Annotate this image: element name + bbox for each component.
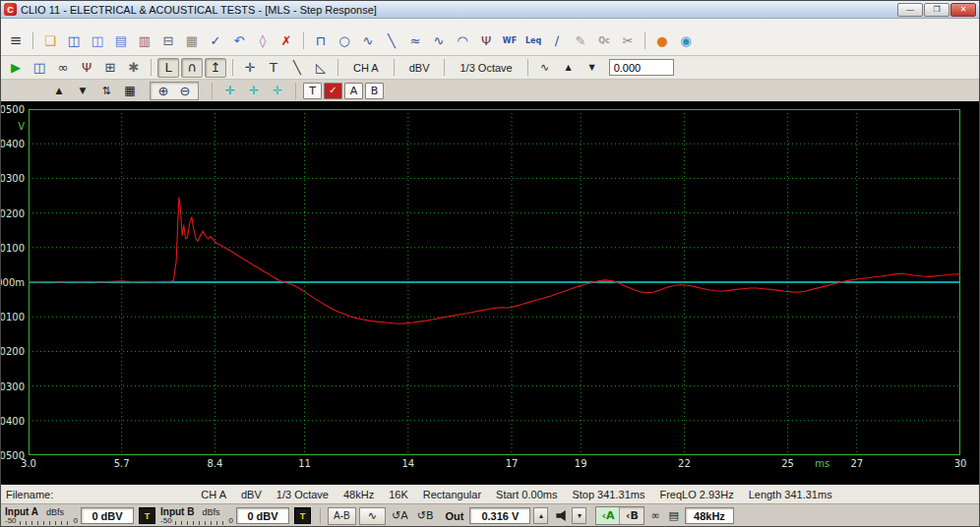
y-tick-label: -0.00300 [0, 381, 25, 391]
generator-wave-button[interactable]: ∿ [359, 507, 386, 525]
y-tick-label: 0.00100 [0, 242, 25, 253]
go-button[interactable]: ▶ [5, 58, 27, 78]
decay-analysis-button[interactable]: ╲ [381, 31, 402, 51]
close-button[interactable]: ✕ [950, 3, 976, 17]
help-button[interactable]: ◉ [675, 31, 697, 51]
move-down-button-glyph: ▼ [80, 87, 87, 95]
phase-view-button[interactable]: ╲ [286, 58, 308, 78]
attach-button-glyph: ✂ [623, 34, 634, 47]
wave-display-button[interactable]: ∿ [534, 58, 556, 78]
wow-flutter-button[interactable]: WF [499, 31, 521, 51]
phase-a-button[interactable]: ↺A [389, 509, 411, 522]
help-button-glyph: ◉ [680, 34, 691, 47]
marker-button-glyph: ✛ [245, 61, 256, 74]
input-a-scale-max: 0 [74, 517, 78, 525]
marker-b-button[interactable]: ✛ [243, 81, 265, 100]
main-toolbar: ≡❑◫◫▤▥⊟▦✓↶◊✗⊓○∿╲≈∿◠ΨWFLeq∕✎Qc✂●◉ [1, 19, 979, 56]
slope-button[interactable]: T [263, 58, 284, 78]
open-measurement-button[interactable]: ❑ [39, 31, 61, 51]
fft-analysis-button[interactable]: ∿ [428, 31, 450, 51]
input-b-gain-icon: T [300, 511, 306, 521]
verify-button-glyph: ✓ [211, 34, 221, 47]
waterfall-analysis-button[interactable]: ∿ [357, 31, 379, 51]
qcbox-icon-button[interactable]: ∞ [647, 509, 662, 522]
marker-button[interactable]: ✛ [239, 58, 261, 78]
move-up-button-glyph: ▲ [56, 87, 63, 95]
delete-button[interactable]: ✗ [276, 31, 297, 51]
leq-analysis-button[interactable]: Leq [522, 31, 544, 51]
undo-button[interactable]: ↶ [228, 31, 250, 51]
smoothing-button[interactable]: ∩ [181, 58, 203, 78]
input-a-gain-knob[interactable]: T [139, 507, 155, 524]
scale-up-button[interactable]: ▲ [558, 58, 580, 78]
mls-settings-button[interactable]: ✱ [123, 58, 145, 78]
curve-b-button[interactable]: B [365, 83, 384, 99]
erase-button[interactable]: ◊ [252, 31, 274, 51]
input-device-button[interactable]: Ψ [76, 58, 97, 78]
monitor-a-toggle[interactable]: ‹A [596, 507, 620, 524]
dual-trace-button[interactable]: ≈ [404, 31, 426, 51]
move-down-button[interactable]: ▼ [72, 81, 93, 100]
erase-button-glyph: ◊ [260, 34, 266, 47]
autosave-button[interactable]: ◫ [29, 58, 50, 78]
save-measurement-button[interactable]: ◫ [63, 31, 85, 51]
directivity-button[interactable]: ◠ [452, 31, 473, 51]
quality-control-button[interactable]: Qc [593, 31, 615, 51]
mic-settings-button[interactable]: Ψ [475, 31, 497, 51]
scale-down-button[interactable]: ▼ [582, 58, 603, 78]
output-level-value[interactable]: 0.316 V [469, 507, 530, 524]
time-display-button[interactable]: T [303, 83, 322, 99]
compress-y-button[interactable]: ▦ [119, 81, 141, 100]
mls-analysis-button[interactable]: ⊓ [310, 31, 332, 51]
decay-analysis-button-glyph: ╲ [388, 34, 396, 47]
loop-button-glyph: ∞ [58, 61, 69, 74]
marker-delta-button[interactable]: ✛ [267, 81, 288, 100]
input-b-gain-knob[interactable]: T [294, 507, 311, 524]
page-setup-button[interactable]: ▦ [181, 31, 203, 51]
notes-button[interactable]: ✎ [570, 31, 591, 51]
marker-a-button[interactable]: ✛ [219, 81, 241, 100]
phase-b-button[interactable]: ↺B [414, 509, 437, 522]
loop-button[interactable]: ∞ [52, 58, 74, 78]
minimize-button[interactable]: — [897, 3, 923, 17]
save-as-button[interactable]: ◫ [87, 31, 108, 51]
volume-dropdown-button[interactable]: ▾ [572, 507, 586, 524]
delay-input[interactable] [609, 59, 674, 76]
attach-button[interactable]: ✂ [617, 31, 639, 51]
printer-icon-button[interactable]: ▤ [666, 509, 682, 522]
monitor-b-toggle[interactable]: ‹B [620, 507, 643, 524]
control-bar: Input A dBfs -50 0 0 dBV T Input B dBfs … [1, 504, 979, 527]
active-curve-checkbox[interactable]: ✓ [324, 83, 342, 99]
sinusoidal-analysis-button[interactable]: ○ [334, 31, 355, 51]
minimize-icon: — [906, 6, 914, 14]
curve-a-button[interactable]: A [344, 83, 363, 99]
verify-button[interactable]: ✓ [205, 31, 226, 51]
expand-y-button[interactable]: ⇅ [95, 81, 117, 100]
step-view-button[interactable]: ◺ [310, 58, 332, 78]
delay-button[interactable]: ↥ [205, 58, 226, 78]
title-bar[interactable]: C CLIO 11 - ELECTRICAL & ACOUSTICAL TEST… [1, 1, 979, 19]
y-axis-unit: V [18, 121, 25, 132]
page-setup-button-glyph: ▦ [186, 34, 198, 47]
yscale-button[interactable]: L [157, 58, 179, 78]
x-axis-labels: 3.05.78.41114171922252730ms [29, 458, 960, 471]
phase-view-button-glyph: ╲ [293, 61, 301, 74]
export-graphics-button[interactable]: ▤ [110, 31, 132, 51]
print-button[interactable]: ⊟ [157, 31, 179, 51]
smoothing-select[interactable]: 1/3 Octave [451, 59, 521, 77]
move-up-button[interactable]: ▲ [48, 81, 70, 100]
ab-difference-button[interactable]: A-B [328, 507, 356, 525]
menu-button[interactable]: ≡ [5, 31, 27, 51]
linearity-button[interactable]: ∕ [546, 31, 568, 51]
status-item: 1/3 Octave [276, 489, 329, 500]
zoom-in-button[interactable]: ⊕ [153, 81, 174, 100]
autoscale-button[interactable]: ⊞ [99, 58, 121, 78]
output-up-button[interactable]: ▴ [533, 507, 548, 524]
options-button[interactable]: ● [651, 31, 673, 51]
maximize-button[interactable]: ❐ [924, 3, 949, 17]
export-data-button[interactable]: ▥ [134, 31, 155, 51]
chart-area[interactable]: 0.005000.004000.003000.002000.001000.000… [1, 101, 979, 485]
zoom-out-button[interactable]: ⊖ [174, 81, 196, 100]
unit-select[interactable]: dBV [400, 59, 439, 77]
channel-select[interactable]: CH A [344, 59, 388, 77]
